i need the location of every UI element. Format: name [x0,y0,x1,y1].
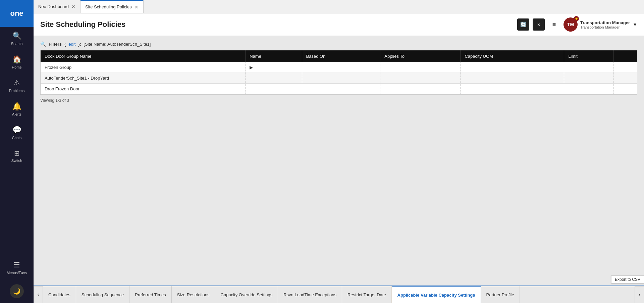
col-capacity-uom: Capacity UOM [461,50,564,62]
table-cell-5 [564,62,614,73]
user-dropdown-icon[interactable]: ▼ [633,22,637,27]
sidebar-bottom: ☰ Menus/Favs 🌙 [0,256,34,303]
col-applies-to: Applies To [380,50,461,62]
bottom-tab-applicable-variable-capacity-settings[interactable]: Applicable Variable Capacity Settings [392,286,481,303]
chevron-right-icon: › [638,292,640,298]
sidebar-item-chats[interactable]: 💬 Chats [0,121,34,144]
table-cell-5 [564,84,614,94]
refresh-button[interactable]: 🔄 [517,18,529,31]
table-row[interactable]: AutoTenderSch_Site1 - DropYard [41,73,637,84]
chat-icon: 💬 [12,126,21,134]
table-cell-6 [614,62,637,73]
sidebar-item-label: Alerts [12,112,21,116]
col-limit: Limit [564,50,614,62]
scroll-left-button[interactable]: ‹ [34,286,43,303]
filters-label: Filters [49,42,62,47]
close-button[interactable]: ✕ [533,18,545,31]
col-dock-door-group-name: Dock Door Group Name [41,50,246,62]
user-section: TM ★ Transportation Manager Transportati… [564,17,637,32]
bottom-tab-bar: Export to CSV ‹ CandidatesScheduling Seq… [34,286,644,303]
col-actions [614,50,637,62]
tab-neo-dashboard[interactable]: Neo Dashboard ✕ [34,0,80,13]
page-header: Site Scheduling Policies 🔄 ✕ ≡ TM ★ Tran… [34,13,644,36]
bottom-tab-scheduling-sequence[interactable]: Scheduling Sequence [76,286,130,303]
bottom-tab-candidates[interactable]: Candidates [43,286,76,303]
table-cell-0: Frozen Group [41,62,246,73]
chevron-left-icon: ‹ [37,292,39,298]
table-cell-2 [302,84,380,94]
star-badge: ★ [574,16,579,21]
bell-icon: 🔔 [12,102,21,111]
table-cell-6 [614,73,637,84]
sidebar-item-alerts[interactable]: 🔔 Alerts [0,97,34,121]
user-role: Transportation Manager [580,25,630,29]
bottom-tab-preferred-times[interactable]: Preferred Times [129,286,171,303]
app-logo[interactable]: one [0,0,34,27]
bottom-tab-restrict-target-date[interactable]: Restrict Target Date [342,286,392,303]
table-cell-4 [461,73,564,84]
table-cell-4 [461,62,564,73]
col-based-on: Based On [302,50,380,62]
table-cell-2 [302,62,380,73]
user-avatar-icon: 🌙 [10,284,24,298]
table-cell-6 [614,84,637,94]
table-row[interactable]: Drop Frozen Door [41,84,637,94]
menu-button[interactable]: ≡ [548,18,560,31]
bottom-tabs-container: CandidatesScheduling SequencePreferred T… [43,286,635,303]
tab-bar: Neo Dashboard ✕ Site Scheduling Policies… [34,0,644,13]
home-icon: 🏠 [12,55,21,64]
hamburger-icon: ≡ [552,21,556,28]
refresh-icon: 🔄 [520,21,527,28]
export-csv-button[interactable]: Export to CSV [611,275,644,284]
tab-label: Site Scheduling Policies [85,4,132,9]
table-cell-0: AutoTenderSch_Site1 - DropYard [41,73,246,84]
search-icon: 🔍 [12,32,21,40]
table-cell-0: Drop Frozen Door [41,84,246,94]
user-name: Transportation Manager [580,20,630,25]
sidebar-item-label: Search [11,42,23,46]
sidebar-item-label: Chats [12,136,22,140]
table-cell-4 [461,84,564,94]
sidebar-item-label: Menus/Favs [7,271,27,275]
sidebar-item-home[interactable]: 🏠 Home [0,50,34,74]
data-table: Dock Door Group Name Name Based On Appli… [41,50,637,94]
table-cell-5 [564,73,614,84]
table-header-row: Dock Door Group Name Name Based On Appli… [41,50,637,62]
table-cell-3 [380,73,461,84]
logo-text: one [10,9,23,18]
sidebar-avatar[interactable]: 🌙 [0,279,34,303]
table-cell-3 [380,84,461,94]
table-row[interactable]: Frozen Group▶ [41,62,637,73]
filter-icon: 🔍 [40,41,46,47]
bottom-tab-size-restrictions[interactable]: Size Restrictions [172,286,215,303]
scroll-right-button[interactable]: › [635,286,644,303]
filters-edit-paren-close: ): [78,42,81,47]
filters-edit-link[interactable]: edit [68,42,75,47]
user-info: Transportation Manager Transportation Ma… [580,20,630,29]
tab-close-icon[interactable]: ✕ [71,4,75,9]
sidebar-item-menus[interactable]: ☰ Menus/Favs [0,256,34,279]
content-area: 🔍 Filters (edit): [Site Name: AutoTender… [34,36,644,286]
main-content: Neo Dashboard ✕ Site Scheduling Policies… [34,0,644,303]
sidebar-item-label: Switch [11,159,22,163]
table-cell-2 [302,73,380,84]
page-title: Site Scheduling Policies [40,20,125,29]
sidebar-item-label: Home [12,65,21,69]
table-cell-1 [246,73,302,84]
tab-label: Neo Dashboard [38,4,69,9]
sidebar-item-switch[interactable]: ⊞ Switch [0,144,34,167]
switch-icon: ⊞ [14,149,20,157]
sidebar-item-problems[interactable]: ⚠ Problems [0,74,34,97]
tab-site-scheduling-policies[interactable]: Site Scheduling Policies ✕ [80,0,144,13]
tab-close-icon[interactable]: ✕ [135,5,139,9]
data-table-container: Dock Door Group Name Name Based On Appli… [40,50,637,95]
viewing-text: Viewing 1-3 of 3 [40,98,637,103]
bottom-tab-capacity-override-settings[interactable]: Capacity Override Settings [215,286,278,303]
bottom-tab-rsvn-leadtime-exceptions[interactable]: Rsvn LeadTime Exceptions [278,286,342,303]
sidebar-item-search[interactable]: 🔍 Search [0,27,34,50]
warning-icon: ⚠ [13,79,20,87]
bottom-tab-partner-profile[interactable]: Partner Profile [481,286,520,303]
table-cell-3 [380,62,461,73]
header-actions: 🔄 ✕ ≡ TM ★ Transportation Manager Transp… [517,17,637,32]
user-avatar: TM ★ [564,17,578,32]
